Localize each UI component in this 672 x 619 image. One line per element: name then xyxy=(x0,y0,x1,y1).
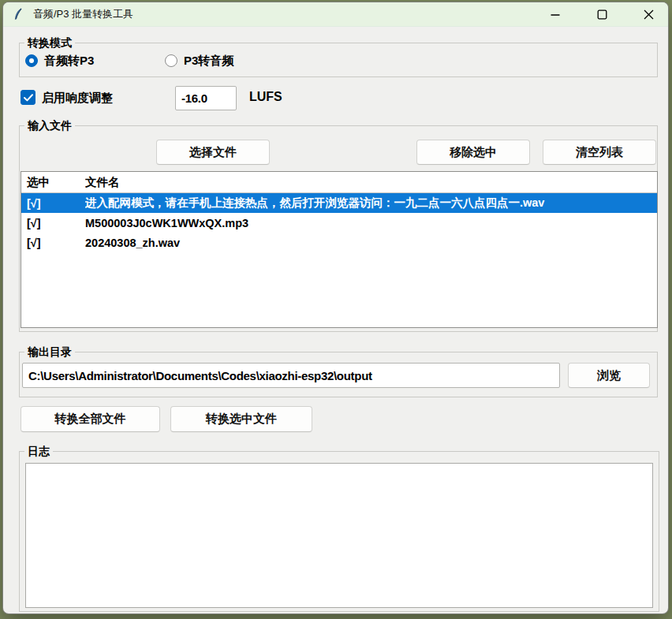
window-title: 音频/P3 批量转换工具 xyxy=(33,7,133,21)
python-feather-icon xyxy=(13,8,25,21)
row-checked-mark[interactable]: [√] xyxy=(21,237,85,249)
table-row[interactable]: [√] 20240308_zh.wav xyxy=(21,233,657,252)
close-button[interactable] xyxy=(630,2,666,27)
row-checked-mark[interactable]: [√] xyxy=(21,217,85,229)
convert-all-button[interactable]: 转换全部文件 xyxy=(21,406,160,432)
log-group-label: 日志 xyxy=(24,445,53,457)
minimize-button[interactable] xyxy=(537,2,573,27)
output-group-label: 输出目录 xyxy=(24,345,75,358)
browse-button[interactable]: 浏览 xyxy=(568,363,650,388)
maximize-button[interactable] xyxy=(584,2,620,27)
output-path-input[interactable]: C:\Users\Administrator\Documents\Codes\x… xyxy=(22,363,560,388)
row-filename[interactable]: 20240308_zh.wav xyxy=(85,237,657,249)
remove-selected-button[interactable]: 移除选中 xyxy=(416,140,530,165)
close-icon xyxy=(644,9,654,20)
row-filename[interactable]: M500003J0cWK1WWxQX.mp3 xyxy=(85,217,657,229)
log-textarea[interactable] xyxy=(25,463,653,608)
file-table[interactable]: 选中 文件名 [√] 进入配网模式，请在手机上连接热点，然后打开浏览器访问：一九… xyxy=(21,171,658,328)
mode-groupbox: 转换模式 xyxy=(19,43,658,77)
clear-list-button[interactable]: 清空列表 xyxy=(543,140,656,165)
radio-audio-to-p3[interactable]: 音频转P3 xyxy=(25,53,94,69)
radio-p3-to-audio[interactable]: P3转音频 xyxy=(165,53,233,69)
select-files-button[interactable]: 选择文件 xyxy=(156,140,270,165)
input-group-label: 输入文件 xyxy=(24,119,75,132)
maximize-icon xyxy=(597,9,607,20)
row-filename[interactable]: 进入配网模式，请在手机上连接热点，然后打开浏览器访问：一九二点一六八点四点一.w… xyxy=(85,196,657,211)
mode-group-label: 转换模式 xyxy=(24,36,75,49)
radio-label: P3转音频 xyxy=(184,54,233,69)
loudness-label: 启用响度调整 xyxy=(42,91,113,106)
column-header-checked[interactable]: 选中 xyxy=(21,175,85,190)
file-table-header: 选中 文件名 xyxy=(21,172,657,193)
lufs-input[interactable]: -16.0 xyxy=(175,86,237,110)
column-header-filename[interactable]: 文件名 xyxy=(85,175,657,190)
loudness-checkbox[interactable] xyxy=(21,90,35,105)
title-bar: 音频/P3 批量转换工具 xyxy=(3,2,668,27)
minimize-icon xyxy=(551,10,560,20)
file-table-body: [√] 进入配网模式，请在手机上连接热点，然后打开浏览器访问：一九二点一六八点四… xyxy=(21,193,657,252)
radio-circle-icon xyxy=(165,54,177,67)
row-checked-mark[interactable]: [√] xyxy=(21,197,85,210)
table-row[interactable]: [√] 进入配网模式，请在手机上连接热点，然后打开浏览器访问：一九二点一六八点四… xyxy=(21,193,657,213)
app-window: 音频/P3 批量转换工具 转换模式 音频转P3 P3转音频 启用响度调整 -16… xyxy=(2,2,669,614)
radio-circle-icon xyxy=(25,54,38,67)
radio-label: 音频转P3 xyxy=(44,54,94,69)
check-icon xyxy=(24,94,33,102)
lufs-unit-label: LUFS xyxy=(249,90,282,104)
table-row[interactable]: [√] M500003J0cWK1WWxQX.mp3 xyxy=(21,213,657,233)
convert-selected-button[interactable]: 转换选中文件 xyxy=(170,406,312,432)
